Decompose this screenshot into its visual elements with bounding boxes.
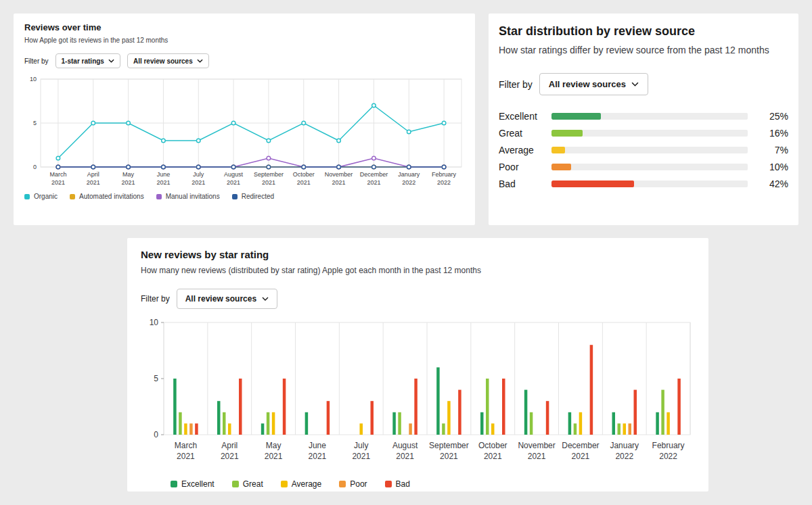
svg-text:2021: 2021 — [156, 179, 170, 186]
svg-text:2021: 2021 — [484, 452, 502, 461]
svg-text:May: May — [122, 171, 135, 178]
svg-text:2021: 2021 — [87, 179, 100, 186]
distribution-row-average: Average7% — [499, 141, 788, 158]
legend-item-redirected: Redirected — [232, 193, 274, 200]
legend-item-bad: Bad — [385, 479, 410, 489]
reviews-over-time-chart: 0510March2021April2021May2021June2021Jul… — [24, 75, 464, 190]
svg-text:10: 10 — [30, 76, 37, 82]
legend-item-poor: Poor — [339, 479, 367, 489]
legend-label: Poor — [350, 479, 367, 489]
rating-percentage: 25% — [757, 111, 788, 122]
svg-text:0: 0 — [33, 164, 37, 170]
svg-text:2021: 2021 — [309, 452, 327, 461]
legend-label: Redirected — [242, 193, 274, 200]
star-distribution-subtitle: How star ratings differ by review source… — [499, 45, 788, 55]
svg-text:November: November — [325, 171, 353, 178]
legend-label: Excellent — [181, 479, 215, 489]
review-source-filter-value: All review sources — [549, 79, 626, 89]
svg-text:July: July — [354, 441, 368, 450]
svg-text:2021: 2021 — [440, 452, 458, 461]
review-source-filter-value: All review sources — [133, 57, 193, 65]
star-distribution-bars: Excellent25%Great16%Average7%Poor10%Bad4… — [499, 107, 788, 192]
legend-swatch — [232, 194, 238, 199]
new-reviews-chart: 0510March2021April2021May2021June2021Jul… — [141, 318, 695, 475]
card-star-distribution: Star distribution by review source How s… — [489, 14, 798, 225]
filter-by-label: Filter by — [499, 79, 533, 90]
rating-label: Great — [499, 128, 551, 139]
legend-label: Organic — [34, 193, 58, 200]
svg-text:2021: 2021 — [177, 452, 195, 461]
svg-text:10: 10 — [150, 318, 159, 327]
reviews-over-time-filter-row: Filter by 1-star ratings All review sour… — [24, 53, 464, 68]
star-distribution-title: Star distribution by review source — [499, 24, 788, 39]
svg-text:2021: 2021 — [332, 179, 346, 186]
rating-label: Excellent — [499, 111, 551, 122]
review-source-filter-value: All review sources — [185, 294, 256, 304]
rating-bar-track — [551, 113, 748, 120]
filter-by-label: Filter by — [141, 294, 170, 304]
legend-item-great: Great — [232, 479, 263, 489]
rating-bar-fill — [551, 113, 601, 120]
review-source-filter-dropdown[interactable]: All review sources — [539, 73, 648, 95]
rating-bar-track — [551, 164, 748, 170]
distribution-row-great: Great16% — [499, 124, 788, 141]
svg-text:September: September — [429, 441, 469, 450]
legend-label: Average — [292, 479, 321, 489]
rating-label: Bad — [499, 178, 551, 189]
rating-bar-fill — [551, 181, 634, 187]
new-reviews-subtitle: How many new reviews (distributed by sta… — [141, 266, 695, 275]
svg-text:February: February — [432, 171, 457, 178]
legend-swatch — [24, 194, 30, 199]
legend-item-organic: Organic — [24, 193, 58, 200]
new-reviews-filter-row: Filter by All review sources — [141, 289, 695, 309]
svg-text:2021: 2021 — [396, 452, 414, 461]
rating-bar-fill — [551, 164, 571, 170]
svg-text:2021: 2021 — [572, 452, 590, 461]
svg-text:2021: 2021 — [352, 452, 370, 461]
rating-bar-track — [551, 147, 748, 153]
chevron-down-icon — [631, 82, 639, 87]
svg-text:August: August — [224, 171, 244, 178]
chevron-down-icon — [197, 59, 203, 63]
legend-item-manual-invitations: Manual invitations — [156, 193, 220, 200]
legend-item-excellent: Excellent — [171, 479, 215, 489]
svg-text:2021: 2021 — [191, 179, 205, 186]
rating-bar-fill — [551, 147, 565, 153]
svg-text:2022: 2022 — [402, 179, 415, 186]
dashboard-page: { "page": {"background": "#ebebeb", "car… — [0, 0, 812, 505]
svg-text:2021: 2021 — [227, 179, 240, 186]
svg-text:5: 5 — [33, 120, 37, 126]
rating-label: Average — [499, 145, 551, 155]
new-reviews-title: New reviews by star rating — [141, 249, 695, 260]
svg-text:January: January — [398, 171, 420, 178]
rating-percentage: 16% — [757, 128, 788, 139]
star-rating-filter-dropdown[interactable]: 1-star ratings — [55, 53, 120, 68]
distribution-row-poor: Poor10% — [499, 158, 788, 175]
review-source-filter-dropdown[interactable]: All review sources — [127, 53, 209, 68]
svg-text:2021: 2021 — [297, 179, 311, 186]
svg-text:October: October — [293, 171, 315, 178]
svg-text:2021: 2021 — [262, 179, 275, 186]
review-source-filter-dropdown[interactable]: All review sources — [177, 289, 277, 309]
svg-text:December: December — [360, 171, 388, 178]
svg-text:April: April — [221, 441, 238, 450]
filter-by-label: Filter by — [24, 57, 49, 65]
legend-swatch — [156, 194, 162, 199]
svg-text:May: May — [266, 441, 281, 450]
rating-percentage: 10% — [757, 162, 788, 172]
svg-text:2022: 2022 — [437, 179, 451, 186]
reviews-over-time-subtitle: How Apple got its reviews in the past 12… — [24, 37, 464, 44]
svg-text:January: January — [610, 441, 639, 450]
svg-text:2021: 2021 — [122, 179, 135, 186]
legend-item-automated-invitations: Automated invitations — [70, 193, 144, 200]
svg-text:2021: 2021 — [51, 179, 65, 186]
svg-text:July: July — [193, 171, 204, 178]
svg-text:March: March — [175, 441, 197, 450]
svg-text:June: June — [157, 171, 171, 178]
card-new-reviews: New reviews by star rating How many new … — [127, 238, 708, 491]
svg-text:October: October — [478, 441, 508, 450]
svg-text:March: March — [49, 171, 66, 178]
legend-swatch — [232, 481, 239, 487]
svg-text:November: November — [518, 441, 555, 450]
chevron-down-icon — [108, 59, 114, 63]
